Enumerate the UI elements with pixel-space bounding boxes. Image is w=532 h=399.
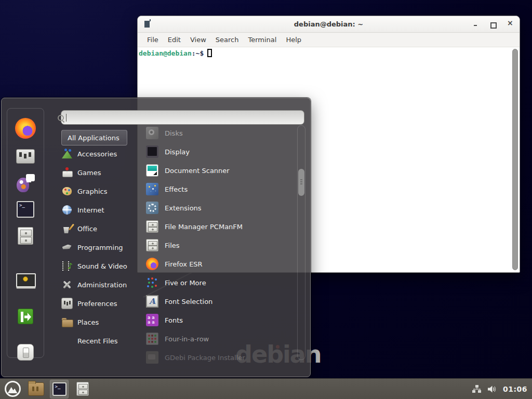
clock[interactable]: 01:06 bbox=[503, 385, 527, 393]
app-disks[interactable]: Disks bbox=[146, 124, 298, 142]
app-display[interactable]: Display bbox=[146, 142, 298, 161]
app-effects[interactable]: Effects bbox=[146, 180, 298, 198]
taskbar-terminal[interactable] bbox=[50, 380, 69, 398]
app-five-or-more[interactable]: Five or More bbox=[146, 273, 298, 292]
app-four-in-a-row[interactable]: Four-in-a-row bbox=[146, 329, 298, 348]
menu-scrollbar-thumb[interactable] bbox=[298, 169, 304, 196]
cabinet-task-icon bbox=[76, 382, 89, 396]
effects-icon bbox=[146, 183, 158, 195]
file-manager-icon bbox=[146, 220, 158, 233]
terminal-task-icon bbox=[52, 382, 66, 396]
volume-icon[interactable] bbox=[487, 385, 497, 393]
disks-icon bbox=[146, 127, 158, 139]
category-internet[interactable]: Internet bbox=[61, 201, 144, 219]
category-preferences[interactable]: Preferences bbox=[61, 294, 144, 313]
maximize-button[interactable] bbox=[490, 22, 495, 27]
category-programming[interactable]: Programming bbox=[61, 238, 144, 257]
firefox-icon bbox=[146, 258, 158, 270]
category-games[interactable]: Games bbox=[61, 163, 144, 182]
terminal-menu-item[interactable]: View bbox=[185, 36, 211, 44]
category-accessories[interactable]: Accessories bbox=[61, 144, 144, 163]
search-caret bbox=[66, 114, 66, 122]
fonts-icon bbox=[146, 314, 158, 326]
prompt-user-host: debian@debian bbox=[139, 49, 192, 57]
gdebi-icon bbox=[146, 351, 158, 364]
shutdown-button[interactable] bbox=[17, 343, 34, 361]
favorite-firefox[interactable] bbox=[15, 118, 36, 139]
app-document-scanner[interactable]: Document Scanner bbox=[146, 161, 298, 180]
network-icon[interactable] bbox=[472, 385, 482, 393]
win-minimize-icon bbox=[473, 22, 478, 27]
font-selection-icon bbox=[146, 295, 158, 308]
app-font-selection[interactable]: Font Selection bbox=[146, 292, 298, 311]
terminal-scrollbar-thumb[interactable] bbox=[512, 49, 518, 270]
terminal-menu-item[interactable]: Help bbox=[281, 36, 306, 44]
terminal-menu-item[interactable]: Terminal bbox=[243, 36, 281, 44]
category-list: Accessories Games Graphics Internet Offi… bbox=[61, 144, 144, 350]
terminal-menu-item[interactable]: Edit bbox=[163, 36, 185, 44]
logout-icon bbox=[18, 309, 33, 324]
pidgin-icon bbox=[16, 174, 35, 192]
app-files[interactable]: Files bbox=[146, 236, 298, 255]
app-extensions[interactable]: Extensions bbox=[146, 198, 298, 217]
display-icon bbox=[146, 145, 158, 158]
search-icon bbox=[57, 114, 65, 122]
terminal-menubar: File Edit View Search Terminal Help bbox=[138, 33, 520, 47]
app-fonts[interactable]: Fonts bbox=[146, 311, 298, 329]
system-tray: 01:06 bbox=[472, 385, 532, 393]
terminal-title: debian@debian: ~ bbox=[138, 16, 520, 33]
desktop: debian debian@debian: ~ File Edit View S… bbox=[0, 0, 532, 399]
files-icon bbox=[146, 239, 158, 251]
terminal-titlebar[interactable]: debian@debian: ~ bbox=[138, 16, 520, 33]
lock-screen-icon bbox=[15, 272, 36, 289]
logout-button[interactable] bbox=[18, 308, 33, 325]
application-list: Disks Display Document Scanner Effects E… bbox=[146, 124, 298, 367]
category-administration[interactable]: Administration bbox=[61, 275, 144, 294]
favorites-column bbox=[7, 108, 44, 358]
win-maximize-icon bbox=[490, 22, 495, 27]
document-scanner-icon bbox=[146, 164, 158, 177]
internet-icon bbox=[61, 204, 73, 216]
app-file-manager-pcmanfm[interactable]: File Manager PCManFM bbox=[146, 217, 298, 236]
taskbar-file-manager[interactable] bbox=[26, 380, 45, 398]
start-menu: All Applications Accessories Games Graph… bbox=[1, 98, 311, 377]
extensions-icon bbox=[146, 202, 158, 214]
five-or-more-icon bbox=[146, 276, 158, 289]
taskbar-files[interactable] bbox=[73, 380, 92, 398]
control-center-icon bbox=[16, 149, 35, 164]
games-icon bbox=[61, 167, 73, 178]
sound-video-icon bbox=[61, 260, 73, 272]
minimize-button[interactable] bbox=[473, 22, 478, 27]
administration-icon bbox=[61, 279, 73, 290]
office-icon bbox=[61, 223, 73, 234]
terminal-menu-item[interactable]: Search bbox=[211, 36, 244, 44]
accessories-icon bbox=[61, 148, 73, 159]
firefox-lg-icon bbox=[15, 118, 36, 139]
app-firefox-esr[interactable]: Firefox ESR bbox=[146, 255, 298, 273]
win-close-icon bbox=[507, 22, 512, 27]
close-button[interactable] bbox=[507, 22, 512, 27]
favorite-terminal[interactable] bbox=[17, 201, 34, 218]
favorite-files[interactable] bbox=[18, 227, 33, 245]
category-office[interactable]: Office bbox=[61, 219, 144, 238]
favorite-pidgin[interactable] bbox=[16, 174, 35, 192]
favorite-control-center[interactable] bbox=[16, 148, 35, 165]
category-sound-video[interactable]: Sound & Video bbox=[61, 257, 144, 275]
four-in-a-row-icon bbox=[146, 332, 158, 345]
prompt-path: :~$ bbox=[192, 49, 204, 57]
app-gdebi-package-installer[interactable]: GDebi Package Installer bbox=[146, 348, 298, 367]
taskbar-menu-button[interactable] bbox=[3, 380, 22, 398]
terminal-scrollbar[interactable] bbox=[512, 49, 518, 270]
terminal-fav-icon bbox=[17, 201, 34, 218]
taskbar: 01:06 bbox=[0, 378, 532, 399]
search-input[interactable] bbox=[61, 110, 304, 125]
all-applications-button[interactable]: All Applications bbox=[61, 130, 127, 145]
category-places[interactable]: Places bbox=[61, 313, 144, 331]
category-graphics[interactable]: Graphics bbox=[61, 182, 144, 201]
menu-scrollbar[interactable] bbox=[297, 125, 305, 360]
lock-screen-button[interactable] bbox=[15, 272, 36, 289]
terminal-menu-item[interactable]: File bbox=[142, 36, 163, 44]
folder-task-icon bbox=[28, 382, 44, 396]
category-recent-files[interactable]: Recent Files bbox=[61, 331, 144, 350]
terminal-cursor bbox=[207, 49, 212, 57]
